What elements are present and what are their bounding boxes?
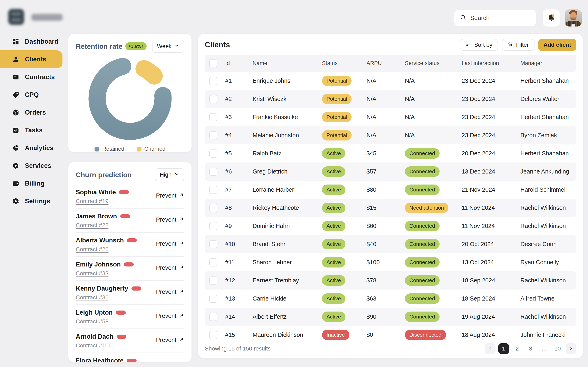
cell-name: Frankie Kassulke (252, 114, 322, 120)
prevent-link[interactable]: Prevent (156, 361, 184, 362)
prev-page-button[interactable] (485, 343, 495, 354)
table-header: IdNameStatusARPUService statusLast inter… (205, 55, 576, 72)
status-badge: Active (322, 221, 346, 231)
table-row[interactable]: #1Enrique JohnsPotentialN/AN/A23 Dec 202… (205, 72, 576, 90)
sidebar-item-cpq[interactable]: CPQ (0, 86, 62, 104)
analytics-icon (12, 144, 20, 152)
prevent-link[interactable]: Prevent (156, 289, 184, 295)
column-header[interactable]: Status (322, 60, 366, 67)
prevent-link[interactable]: Prevent (156, 240, 184, 247)
row-checkbox[interactable] (209, 204, 217, 212)
table-row[interactable]: #2Kristi WisozkPotentialN/AN/A23 Dec 202… (205, 90, 576, 108)
contract-link[interactable]: Contract #106 (76, 342, 112, 349)
sidebar-item-dashboard[interactable]: Dashboard (0, 33, 62, 50)
prevent-link[interactable]: Prevent (156, 264, 184, 271)
row-checkbox[interactable] (209, 131, 217, 140)
row-checkbox[interactable] (209, 240, 217, 248)
churn-level-dropdown[interactable]: High (155, 168, 184, 181)
churn-list-item: Kenny DaughertyContract #36Prevent (76, 281, 184, 305)
contract-link[interactable]: Contract #26 (76, 246, 108, 253)
table-row[interactable]: #3Frankie KassulkePotentialN/AN/A23 Dec … (205, 108, 576, 126)
notifications-button[interactable] (543, 9, 560, 26)
column-header[interactable]: Manager (520, 60, 576, 67)
checkbox-cell (205, 222, 225, 230)
sidebar-item-contracts[interactable]: Contracts (0, 68, 62, 86)
prevent-link[interactable]: Prevent (156, 313, 184, 319)
column-header[interactable]: Service status (405, 60, 462, 67)
column-header[interactable]: ARPU (366, 60, 405, 67)
contract-link[interactable]: Contract #36 (76, 294, 108, 301)
table-row[interactable]: #15Maureen DickinsonInactive$0Disconnect… (205, 326, 576, 344)
column-header[interactable]: Id (225, 60, 252, 67)
page-button-10[interactable]: 10 (552, 343, 563, 354)
service-status-badge: Connected (405, 221, 440, 231)
table-row[interactable]: #13Carrie HickleActive$63Connected18 Sep… (205, 290, 576, 308)
sidebar-item-tasks[interactable]: Tasks (0, 121, 62, 139)
sidebar-item-services[interactable]: Services (0, 157, 62, 175)
cell-last-interaction: 18 Sep 2024 (462, 277, 520, 284)
row-checkbox[interactable] (209, 313, 217, 321)
table-row[interactable]: #8Rickey HeathcoteActive$15Need attentio… (205, 199, 576, 217)
prevent-link[interactable]: Prevent (156, 192, 184, 199)
table-row[interactable]: #10Brandi StehrActive$40Connected20 Oct … (205, 235, 576, 253)
retention-period-dropdown[interactable]: Week (152, 40, 184, 53)
column-header[interactable]: Name (252, 60, 322, 67)
contract-link[interactable]: Contract #33 (76, 270, 108, 277)
sidebar-item-clients[interactable]: Clients (0, 50, 62, 68)
row-checkbox[interactable] (209, 186, 217, 194)
table-row[interactable]: #5Ralph BatzActive$45Connected20 Dec 202… (205, 144, 576, 162)
cell-status: Active (322, 166, 366, 177)
page-button-1[interactable]: 1 (498, 343, 509, 354)
sidebar-item-analytics[interactable]: Analytics (0, 139, 62, 157)
legend-label: Churned (144, 146, 165, 152)
table-row[interactable]: #4Melanie JohnstonPotentialN/AN/A23 Dec … (205, 126, 576, 144)
contract-link[interactable]: Contract #19 (76, 198, 108, 205)
status-badge: Active (322, 239, 346, 249)
add-client-button[interactable]: Add client (538, 39, 576, 51)
cell-last-interaction: 20 Dec 2024 (462, 150, 520, 157)
row-checkbox[interactable] (209, 95, 217, 103)
table-row[interactable]: #12Earnest TremblayActive$78Connected18 … (205, 271, 576, 290)
sidebar-item-orders[interactable]: Orders (0, 104, 62, 121)
cell-id: #1 (225, 77, 252, 84)
status-badge: Potential (322, 76, 352, 86)
select-all-checkbox[interactable] (209, 59, 217, 67)
row-checkbox[interactable] (209, 222, 217, 230)
contract-link[interactable]: Contract #22 (76, 222, 108, 229)
table-row[interactable]: #6Greg DietrichActive$57Connected13 Dec … (205, 162, 576, 181)
prevent-link[interactable]: Prevent (156, 337, 184, 343)
page-button-2[interactable]: 2 (512, 343, 522, 354)
contract-link[interactable]: Contract #58 (76, 318, 108, 325)
row-checkbox[interactable] (209, 276, 217, 285)
row-checkbox[interactable] (209, 295, 217, 303)
row-checkbox[interactable] (209, 113, 217, 121)
sort-by-button[interactable]: Sort by (460, 39, 498, 51)
row-checkbox[interactable] (209, 150, 217, 158)
sidebar-item-billing[interactable]: Billing (0, 175, 62, 192)
sidebar-item-label: Clients (25, 56, 46, 63)
row-checkbox[interactable] (209, 331, 217, 339)
search-input[interactable]: Search (454, 10, 536, 26)
risk-pill-icon (124, 262, 134, 267)
row-checkbox[interactable] (209, 77, 217, 85)
prevent-label: Prevent (156, 361, 176, 362)
page-button-3[interactable]: 3 (525, 343, 536, 354)
table-row[interactable]: #11Sharon LehnerActive$100Connected13 Oc… (205, 253, 576, 271)
table-row[interactable]: #9Dominic HahnActive$60Connected11 Nov 2… (205, 217, 576, 235)
row-checkbox[interactable] (209, 167, 217, 176)
cell-status: Active (322, 148, 366, 159)
column-header[interactable]: Last interaction (462, 60, 520, 67)
prevent-link[interactable]: Prevent (156, 216, 184, 223)
sidebar-item-settings[interactable]: Settings (0, 192, 62, 210)
status-badge: Potential (322, 94, 352, 104)
sidebar-item-label: Services (25, 162, 51, 169)
filter-button[interactable]: Filter (502, 39, 534, 51)
cell-arpu: $15 (366, 205, 405, 211)
brand-logo[interactable] (8, 8, 65, 26)
row-checkbox[interactable] (209, 258, 217, 267)
next-page-button[interactable] (566, 343, 576, 354)
table-row[interactable]: #14Albert EffertzActive$90Connected19 Au… (205, 308, 576, 326)
churn-title: Churn prediction (76, 171, 132, 179)
avatar[interactable] (565, 9, 582, 26)
table-row[interactable]: #7Lorraine HarberActive$80Connected21 No… (205, 181, 576, 199)
